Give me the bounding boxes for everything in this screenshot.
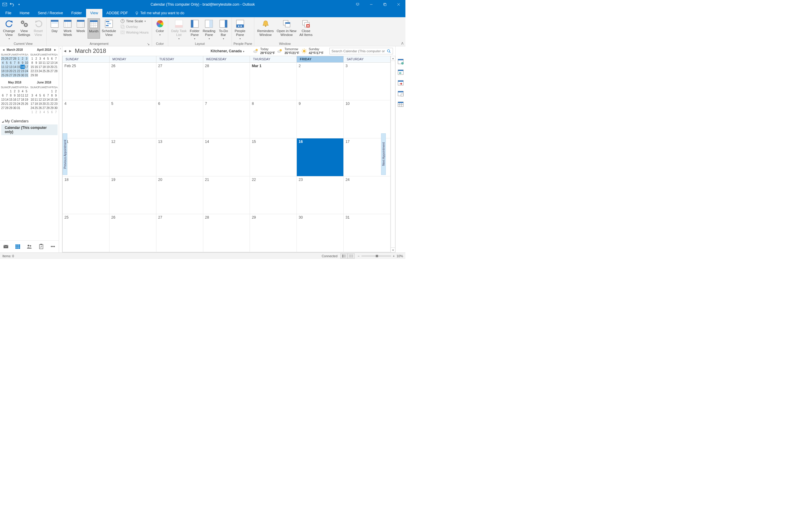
qat-customize-icon[interactable]: ▾ — [17, 2, 21, 7]
calendar-small-peek-icon[interactable] — [397, 90, 404, 97]
day-cell[interactable]: 22 — [250, 176, 297, 214]
day-cell[interactable]: 27 — [156, 214, 203, 252]
day-cell[interactable]: 7 — [203, 100, 250, 138]
calendar-grid-peek-icon[interactable] — [397, 101, 404, 108]
day-cell[interactable]: 26 — [110, 214, 156, 252]
prev-month-button[interactable]: ◄ — [63, 49, 67, 53]
day-cell[interactable]: 12 — [110, 138, 156, 176]
day-cell[interactable]: 23 — [297, 176, 344, 214]
tasks-nav-icon[interactable] — [38, 244, 44, 249]
weather-sunday[interactable]: Sunday42°F/17°F — [301, 48, 323, 55]
calendar-back-peek-icon[interactable] — [397, 69, 404, 76]
day-cell[interactable]: 14 — [203, 138, 250, 176]
date-navigator[interactable]: March 2018◄SUMOTUWETHFRSA252627281234567… — [0, 46, 59, 116]
prev-nav-arrow[interactable]: ◄ — [2, 48, 5, 51]
day-cell[interactable]: 20 — [156, 176, 203, 214]
reset-view-button[interactable]: Reset View — [32, 19, 45, 37]
time-scale-button[interactable]: Time Scale▾ — [119, 19, 150, 24]
scroll-down-button[interactable]: ▾ — [391, 247, 395, 252]
collapse-folder-pane[interactable]: ‹ — [59, 46, 62, 252]
mail-nav-icon[interactable] — [3, 244, 9, 249]
tab-folder[interactable]: Folder — [67, 9, 86, 17]
close-all-items-button[interactable]: Close All Items — [298, 19, 314, 37]
day-cell[interactable]: 28 — [203, 214, 250, 252]
day-button[interactable]: Day — [48, 19, 61, 38]
zoom-out-button[interactable]: − — [358, 254, 359, 258]
day-cell[interactable]: Feb 25 — [63, 63, 110, 101]
calendar-forward-peek-icon[interactable] — [397, 80, 404, 86]
tab-adobe-pdf[interactable]: ADOBE PDF — [103, 9, 132, 17]
schedule-view-button[interactable]: Schedule View — [100, 19, 117, 37]
week-button[interactable]: Week — [75, 19, 87, 38]
tab-home[interactable]: Home — [16, 9, 33, 17]
day-cell[interactable]: 9 — [297, 100, 344, 138]
month-grid[interactable]: Previous Appointment Next Appointment SU… — [62, 56, 390, 252]
day-cell[interactable]: 18 — [63, 176, 110, 214]
day-cell[interactable]: 28 — [203, 63, 250, 101]
work-week-button[interactable]: Work Week — [61, 19, 74, 37]
day-cell[interactable]: 15 — [250, 138, 297, 176]
folder-pane-button[interactable]: Folder Pane▾ — [188, 19, 201, 41]
day-cell[interactable]: 19 — [110, 176, 156, 214]
day-cell[interactable]: 31 — [344, 214, 390, 252]
month-button[interactable]: Month — [88, 19, 100, 38]
view-settings-button[interactable]: View Settings — [17, 19, 31, 37]
search-input[interactable] — [330, 49, 387, 53]
minimize-button[interactable] — [365, 0, 378, 9]
zoom-slider[interactable] — [361, 256, 391, 256]
day-cell[interactable]: 16 — [297, 138, 344, 176]
day-cell[interactable]: 10 — [344, 100, 390, 138]
calendar-item[interactable]: Calendar (This computer only) — [1, 125, 58, 135]
day-cell[interactable]: 30 — [297, 214, 344, 252]
weather-location[interactable]: Kitchener, Canada ▾ — [211, 49, 244, 53]
my-calendars-header[interactable]: My Calendars — [1, 118, 58, 125]
day-cell[interactable]: 26 — [110, 63, 156, 101]
color-button[interactable]: Color▾ — [154, 19, 166, 37]
ribbon-display-options-icon[interactable] — [351, 0, 365, 9]
calendar-scrollbar[interactable]: ▴ ▾ — [390, 56, 395, 252]
send-receive-all-icon[interactable] — [2, 2, 7, 7]
undo-icon[interactable] — [9, 2, 14, 7]
next-month-button[interactable]: ► — [68, 49, 72, 53]
tab-file[interactable]: File — [1, 9, 16, 17]
day-cell[interactable]: Mar 1 — [250, 63, 297, 101]
people-nav-icon[interactable] — [26, 244, 32, 249]
tell-me-search[interactable]: Tell me what you want to do — [132, 9, 187, 17]
day-cell[interactable]: 3 — [344, 63, 390, 101]
search-icon[interactable] — [387, 49, 393, 53]
maximize-button[interactable] — [378, 0, 392, 9]
day-cell[interactable]: 21 — [203, 176, 250, 214]
collapse-ribbon-icon[interactable]: ᐱ — [401, 42, 404, 46]
day-cell[interactable]: 27 — [156, 63, 203, 101]
weather-today[interactable]: Today28°F/22°F — [253, 48, 275, 55]
next-appointment-tab[interactable]: Next Appointment — [381, 133, 386, 175]
next-nav-arrow[interactable]: ► — [54, 48, 57, 51]
day-cell[interactable]: 4 — [63, 100, 110, 138]
people-pane-button[interactable]: People Pane▾ — [234, 19, 246, 41]
day-cell[interactable]: 8 — [250, 100, 297, 138]
day-cell[interactable]: 2 — [297, 63, 344, 101]
zoom-control[interactable]: − + 10% — [358, 254, 403, 258]
day-cell[interactable]: 29 — [250, 214, 297, 252]
day-cell[interactable]: 11 — [63, 138, 110, 176]
day-cell[interactable]: 24 — [344, 176, 390, 214]
open-in-new-window-button[interactable]: Open in New Window — [276, 19, 297, 37]
normal-view-button[interactable] — [340, 253, 348, 259]
todo-bar-button[interactable]: To-Do Bar▾ — [217, 19, 230, 41]
calendar-search[interactable] — [329, 48, 393, 54]
scroll-up-button[interactable]: ▴ — [391, 56, 395, 61]
day-cell[interactable]: 5 — [110, 100, 156, 138]
tab-send-receive[interactable]: Send / Receive — [34, 9, 67, 17]
reading-pane-button[interactable]: Reading Pane▾ — [202, 19, 216, 41]
dialog-launcher-icon[interactable]: ↘ — [147, 42, 150, 45]
more-nav-icon[interactable]: ••• — [50, 244, 56, 249]
change-view-button[interactable]: Change View▾ — [2, 19, 16, 41]
calendar-peek-icon[interactable] — [397, 58, 404, 65]
reminders-window-button[interactable]: Reminders Window — [256, 19, 275, 37]
reading-view-button[interactable] — [348, 253, 355, 259]
day-cell[interactable]: 13 — [156, 138, 203, 176]
weather-tomorrow[interactable]: Tomorrow35°F/21°F — [277, 48, 299, 55]
zoom-in-button[interactable]: + — [393, 254, 395, 258]
day-cell[interactable]: 6 — [156, 100, 203, 138]
daily-task-list-button[interactable]: Daily Task List▾ — [170, 19, 188, 41]
